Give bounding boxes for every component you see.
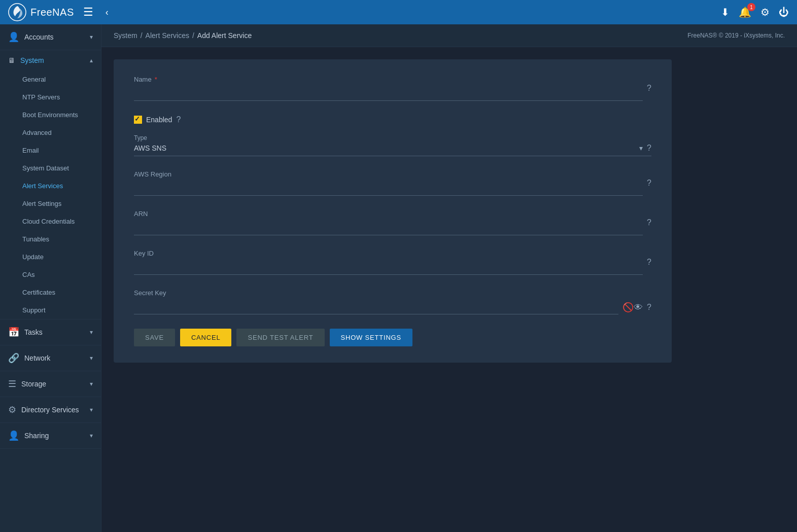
content-area: System / Alert Services / Add Alert Serv… xyxy=(101,24,797,532)
storage-label: Storage xyxy=(21,380,46,388)
sidebar-item-directory[interactable]: ⚙ Directory Services ▾ xyxy=(0,397,101,422)
download-icon[interactable]: ⬇ xyxy=(721,6,730,18)
sidebar-sub-tunables[interactable]: Tunables xyxy=(0,230,101,248)
type-dropdown-arrow: ▾ xyxy=(639,144,643,152)
name-help-icon[interactable]: ? xyxy=(647,84,651,93)
back-button[interactable]: ‹ xyxy=(102,5,112,20)
secret-key-input[interactable] xyxy=(134,300,618,314)
sidebar-sub-dataset[interactable]: System Dataset xyxy=(0,159,101,177)
arn-help-icon[interactable]: ? xyxy=(647,218,651,227)
breadcrumb-sep2: / xyxy=(192,31,194,40)
type-label: Type xyxy=(134,134,651,141)
copyright-text: FreeNAS® © 2019 - iXsystems, Inc. xyxy=(687,32,785,39)
logo: FreeNAS xyxy=(8,3,74,21)
add-alert-service-form: Name* ? Enabled ? Type AWS SNS xyxy=(114,59,672,363)
save-button[interactable]: SAVE xyxy=(134,329,175,346)
name-row: Name* ? xyxy=(134,76,651,101)
arn-row: ARN ? xyxy=(134,210,651,235)
name-input[interactable] xyxy=(134,86,643,101)
button-row: SAVE CANCEL SEND TEST ALERT SHOW SETTING… xyxy=(134,329,651,346)
sidebar-item-network[interactable]: 🔗 Network ▾ xyxy=(0,345,101,371)
type-select[interactable]: AWS SNS Email Slack PagerDuty HipChat Op… xyxy=(134,144,639,152)
sidebar-sub-certificates[interactable]: Certificates xyxy=(0,283,101,301)
key-id-help-icon[interactable]: ? xyxy=(647,258,651,267)
sidebar-item-system[interactable]: 🖥 System ▴ xyxy=(0,50,101,70)
type-section: Type AWS SNS Email Slack PagerDuty HipCh… xyxy=(134,134,651,156)
breadcrumb-bar: System / Alert Services / Add Alert Serv… xyxy=(101,24,797,47)
breadcrumb-system[interactable]: System xyxy=(114,31,137,40)
sidebar-section-storage: ☰ Storage ▾ xyxy=(0,371,101,397)
breadcrumb: System / Alert Services / Add Alert Serv… xyxy=(114,31,252,40)
tasks-arrow: ▾ xyxy=(90,329,93,336)
arn-input[interactable] xyxy=(134,221,643,235)
sidebar-sub-update[interactable]: Update xyxy=(0,248,101,266)
secret-key-row: Secret Key 🚫👁 ? xyxy=(134,289,651,314)
aws-region-help-icon[interactable]: ? xyxy=(647,179,651,188)
sidebar-sub-boot[interactable]: Boot Environments xyxy=(0,106,101,124)
sidebar: 👤 Accounts ▾ 🖥 System ▴ General NTP Serv… xyxy=(0,24,101,532)
sidebar-section-tasks: 📅 Tasks ▾ xyxy=(0,320,101,345)
topnav-icons: ⬇ 🔔 1 ⚙ ⏻ xyxy=(721,6,789,18)
sidebar-sub-general[interactable]: General xyxy=(0,70,101,88)
directory-label: Directory Services xyxy=(21,406,79,414)
tasks-label: Tasks xyxy=(24,328,43,336)
sidebar-item-tasks[interactable]: 📅 Tasks ▾ xyxy=(0,320,101,345)
aws-region-row: AWS Region ? xyxy=(134,170,651,196)
breadcrumb-sep1: / xyxy=(141,31,143,40)
storage-arrow: ▾ xyxy=(90,380,93,387)
enabled-row: Enabled ? xyxy=(134,115,651,124)
key-id-row: Key ID ? xyxy=(134,250,651,275)
breadcrumb-current: Add Alert Service xyxy=(197,31,252,40)
system-label: System xyxy=(20,56,44,64)
topnav-left: FreeNAS ☰ ‹ xyxy=(8,3,112,21)
secret-key-help-icon[interactable]: ? xyxy=(647,303,651,312)
network-icon: 🔗 xyxy=(8,352,19,364)
sidebar-section-accounts: 👤 Accounts ▾ xyxy=(0,24,101,50)
tasks-icon: 📅 xyxy=(8,327,19,338)
aws-region-input[interactable] xyxy=(134,181,643,196)
sidebar-sub-email[interactable]: Email xyxy=(0,141,101,159)
breadcrumb-alert-services[interactable]: Alert Services xyxy=(146,31,189,40)
notification-badge: 1 xyxy=(747,3,755,11)
sidebar-section-system: 🖥 System ▴ General NTP Servers Boot Envi… xyxy=(0,50,101,320)
cancel-button[interactable]: CANCEL xyxy=(180,329,232,346)
name-label: Name* xyxy=(134,76,643,83)
key-id-input[interactable] xyxy=(134,260,643,275)
system-icon: 🖥 xyxy=(8,56,15,64)
accounts-icon: 👤 xyxy=(8,31,19,43)
hamburger-button[interactable]: ☰ xyxy=(80,4,96,21)
show-settings-button[interactable]: SHOW SETTINGS xyxy=(330,329,412,346)
network-arrow: ▾ xyxy=(90,354,93,362)
directory-arrow: ▾ xyxy=(90,406,93,413)
sidebar-sub-support[interactable]: Support xyxy=(0,301,101,319)
aws-region-label: AWS Region xyxy=(134,170,643,178)
sidebar-sub-alert-settings[interactable]: Alert Settings xyxy=(0,195,101,212)
sidebar-sub-advanced[interactable]: Advanced xyxy=(0,124,101,141)
enabled-checkbox[interactable] xyxy=(134,116,142,124)
freenas-logo-icon xyxy=(8,3,26,21)
sidebar-section-sharing: 👤 Sharing ▾ xyxy=(0,423,101,449)
power-icon[interactable]: ⏻ xyxy=(779,7,789,18)
sidebar-item-accounts[interactable]: 👤 Accounts ▾ xyxy=(0,24,101,50)
enabled-help-icon[interactable]: ? xyxy=(176,115,181,124)
sidebar-sub-cas[interactable]: CAs xyxy=(0,266,101,283)
storage-icon: ☰ xyxy=(8,378,16,389)
directory-icon: ⚙ xyxy=(8,404,16,415)
sharing-arrow: ▾ xyxy=(90,432,93,439)
sidebar-section-network: 🔗 Network ▾ xyxy=(0,345,101,371)
type-help-icon[interactable]: ? xyxy=(647,144,651,153)
settings-icon[interactable]: ⚙ xyxy=(760,6,770,18)
sidebar-item-storage[interactable]: ☰ Storage ▾ xyxy=(0,371,101,397)
toggle-visibility-icon[interactable]: 🚫👁 xyxy=(622,302,643,313)
sidebar-sub-cloud[interactable]: Cloud Credentials xyxy=(0,212,101,230)
notification-icon[interactable]: 🔔 1 xyxy=(739,6,751,18)
key-id-label: Key ID xyxy=(134,250,643,257)
system-arrow: ▴ xyxy=(90,57,93,64)
accounts-label: Accounts xyxy=(24,33,54,41)
sidebar-sub-alert-services[interactable]: Alert Services xyxy=(0,177,101,195)
sidebar-sub-ntp[interactable]: NTP Servers xyxy=(0,88,101,106)
accounts-arrow: ▾ xyxy=(90,33,93,41)
sidebar-item-sharing[interactable]: 👤 Sharing ▾ xyxy=(0,423,101,448)
send-test-alert-button[interactable]: SEND TEST ALERT xyxy=(236,329,324,346)
sidebar-section-directory: ⚙ Directory Services ▾ xyxy=(0,397,101,423)
